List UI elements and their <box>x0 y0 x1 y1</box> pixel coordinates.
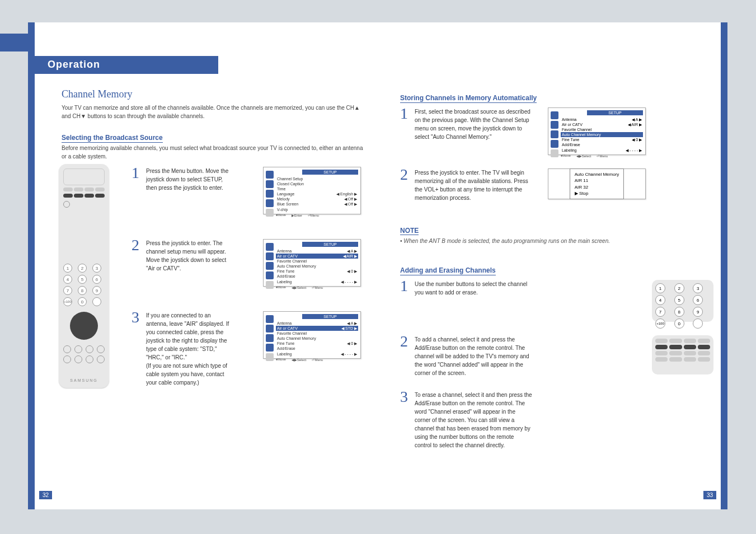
osd-title: SETUP <box>587 110 643 115</box>
osd-screenshot-1: SETUP Channel Setup Closed Caption Time … <box>263 167 361 214</box>
step-text: Press the Menu button. Move the joystick… <box>146 167 233 214</box>
step-text: Press the joystick to enter. The TV will… <box>415 168 532 202</box>
step-number: 2 <box>400 168 410 202</box>
osd-title: SETUP <box>302 170 358 175</box>
step-number: 1 <box>132 167 142 214</box>
add-step-3: 3 To erase a channel, select it and then… <box>400 391 713 449</box>
subhead-storing: Storing Channels in Memory Automatically <box>400 94 537 103</box>
step-1: 1 Press the Menu button. Move the joysti… <box>132 167 361 214</box>
step-2: 2 Press the joystick to enter. The chann… <box>132 239 361 287</box>
page-right: Storing Channels in Memory Automatically… <box>378 22 727 509</box>
step-text: If you are connected to an antenna, leav… <box>146 311 233 387</box>
step-text: To erase a channel, select it and then p… <box>415 391 532 449</box>
osd-screenshot-3: SETUP Antenna◀ A ▶ Air or CATV◀ STD ▶ Fa… <box>263 311 361 359</box>
step-number: 2 <box>400 335 410 377</box>
osd-screenshot-2: SETUP Antenna◀ A ▶ Air or CATV◀ AIR ▶ Fa… <box>263 239 361 287</box>
section-header-bar: Operation <box>31 56 218 74</box>
step-text: First, select the broadcast source as de… <box>415 107 532 155</box>
right-step-1: 1 First, select the broadcast source as … <box>400 107 713 155</box>
step-number: 1 <box>400 107 410 155</box>
subhead-add-erase: Adding and Erasing Channels <box>400 266 496 275</box>
intro2-text: Before memorizing available channels, yo… <box>62 144 364 161</box>
remote-keypad-illustration: 123 456 789 +1000 <box>652 280 713 322</box>
remote-buttons-illustration <box>652 335 713 374</box>
add-step-1: 1 Use the number buttons to select the c… <box>400 280 713 322</box>
step-text: Press the joystick to enter. The channel… <box>146 239 233 287</box>
osd-title: SETUP <box>302 242 358 247</box>
page-number-left: 32 <box>39 491 52 499</box>
osd-screenshot-r2: Auto Channel Memory AIR 11 AIR 32 ▶ Stop <box>548 168 646 199</box>
step-number: 1 <box>400 280 410 322</box>
step-number: 2 <box>132 239 142 287</box>
page-number-right: 33 <box>703 491 716 499</box>
step-number: 3 <box>132 311 142 387</box>
remote-brand-label: SAMSUNG <box>59 378 109 382</box>
add-step-2: 2 To add a channel, select it and press … <box>400 335 713 377</box>
blue-stripe <box>721 22 727 509</box>
step-text: Use the number buttons to select the cha… <box>415 280 532 322</box>
subhead-broadcast-source: Selecting the Broadcast Source <box>62 134 163 143</box>
subsection-heading: Channel Memory <box>62 88 364 100</box>
section-title: Operation <box>31 56 218 71</box>
note-heading: NOTE <box>400 227 419 235</box>
osd-screenshot-r1: SETUP Antenna◀ A ▶ Air or CATV◀ AIR ▶ Fa… <box>548 107 646 155</box>
step-number: 3 <box>400 391 410 449</box>
note-body: • When the ANT B mode is selected, the a… <box>400 238 713 244</box>
page-left: Operation Channel Memory Your TV can mem… <box>28 22 378 509</box>
blue-stripe <box>28 22 35 509</box>
remote-control-illustration: 123 456 789 +1000 SAMSUNG <box>59 164 109 388</box>
intro-text: Your TV can memorize and store all of th… <box>62 104 364 120</box>
step-text: To add a channel, select it and press th… <box>415 335 532 377</box>
osd-title: SETUP <box>302 314 358 319</box>
step-3: 3 If you are connected to an antenna, le… <box>132 311 361 387</box>
right-step-2: 2 Press the joystick to enter. The TV wi… <box>400 168 713 202</box>
